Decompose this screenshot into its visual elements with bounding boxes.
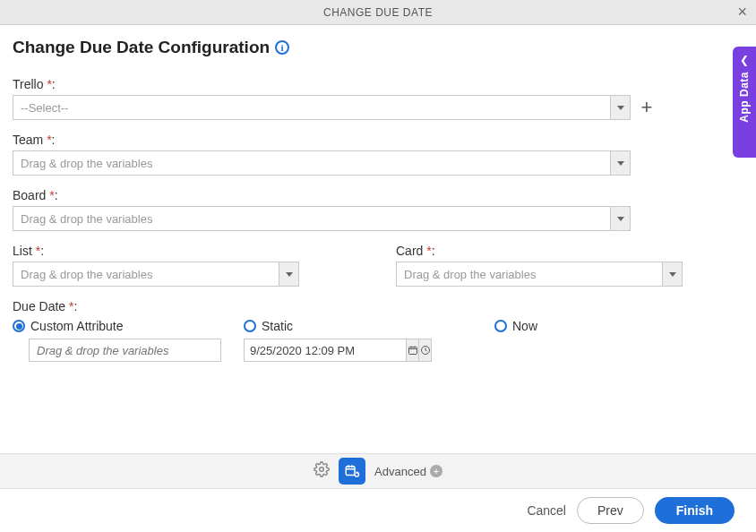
chevron-down-icon[interactable] — [662, 262, 682, 286]
field-list: List *: — [13, 244, 360, 287]
board-input[interactable] — [13, 207, 610, 230]
trello-input[interactable] — [13, 96, 610, 119]
chevron-down-icon[interactable] — [610, 151, 630, 175]
field-trello: Trello *: + — [13, 77, 743, 120]
radio-custom-attribute[interactable]: Custom Attribute — [13, 319, 244, 333]
list-select[interactable] — [13, 262, 299, 287]
page-heading: Change Due Date Configuration i — [13, 38, 743, 57]
svg-rect-3 — [346, 467, 355, 476]
close-icon[interactable]: × — [737, 4, 747, 20]
app-data-tab[interactable]: ❮ App Data — [733, 47, 756, 158]
cancel-button[interactable]: Cancel — [527, 503, 566, 518]
clock-icon[interactable] — [418, 339, 431, 361]
field-board: Board *: — [13, 188, 743, 231]
radio-icon — [13, 320, 25, 332]
card-label: Card *: — [396, 244, 743, 258]
trello-select[interactable] — [13, 95, 631, 120]
radio-static[interactable]: Static — [244, 319, 494, 333]
due-date-label: Due Date *: — [13, 299, 743, 313]
advanced-plus-icon[interactable]: + — [430, 465, 442, 477]
radio-now[interactable]: Now — [494, 319, 743, 333]
field-card: Card *: — [396, 244, 743, 287]
advanced-label: Advanced + — [374, 465, 442, 478]
svg-rect-0 — [408, 348, 417, 355]
chevron-down-icon[interactable] — [279, 262, 298, 286]
team-input[interactable] — [13, 151, 610, 175]
page-title: Change Due Date Configuration — [13, 38, 270, 57]
list-label: List *: — [13, 244, 360, 258]
team-select[interactable] — [13, 150, 631, 176]
list-input[interactable] — [13, 262, 279, 286]
finish-button[interactable]: Finish — [655, 497, 735, 524]
list-card-row: List *: Card *: — [13, 244, 743, 287]
radio-group-custom: Custom Attribute — [13, 319, 244, 362]
card-input[interactable] — [397, 262, 662, 286]
chevron-left-icon: ❮ — [740, 54, 749, 66]
trello-label: Trello *: — [13, 77, 743, 91]
board-label: Board *: — [13, 188, 743, 202]
info-icon[interactable]: i — [275, 40, 289, 55]
field-team: Team *: — [13, 133, 743, 176]
footer: Cancel Prev Finish — [0, 489, 756, 532]
title-bar: CHANGE DUE DATE × — [0, 0, 756, 25]
radio-custom-label: Custom Attribute — [30, 319, 124, 333]
chevron-down-icon[interactable] — [610, 207, 630, 230]
bottom-toolbar: Advanced + — [0, 453, 756, 489]
static-datetime-input[interactable] — [244, 339, 432, 362]
calendar-refresh-icon[interactable] — [339, 458, 365, 485]
card-select[interactable] — [396, 262, 683, 287]
board-select[interactable] — [13, 206, 631, 231]
team-label: Team *: — [13, 133, 743, 147]
radio-now-label: Now — [512, 319, 537, 333]
datetime-field[interactable] — [245, 339, 406, 361]
title-bar-text: CHANGE DUE DATE — [323, 6, 433, 19]
field-due-date: Due Date *: Custom Attribute Static — [13, 299, 743, 362]
radio-icon — [244, 320, 256, 332]
prev-button[interactable]: Prev — [577, 497, 644, 524]
radio-group-now: Now — [494, 319, 743, 333]
chevron-down-icon[interactable] — [610, 96, 630, 119]
radio-icon — [494, 320, 507, 332]
config-form: Change Due Date Configuration i Trello *… — [0, 25, 756, 362]
radio-static-label: Static — [262, 319, 293, 333]
svg-point-2 — [320, 467, 324, 471]
custom-attribute-input[interactable] — [29, 339, 221, 362]
app-data-label: App Data — [738, 72, 751, 123]
radio-group-static: Static — [244, 319, 494, 362]
add-trello-button[interactable]: + — [638, 98, 656, 117]
calendar-icon[interactable] — [406, 339, 418, 361]
gear-icon[interactable] — [314, 461, 330, 482]
